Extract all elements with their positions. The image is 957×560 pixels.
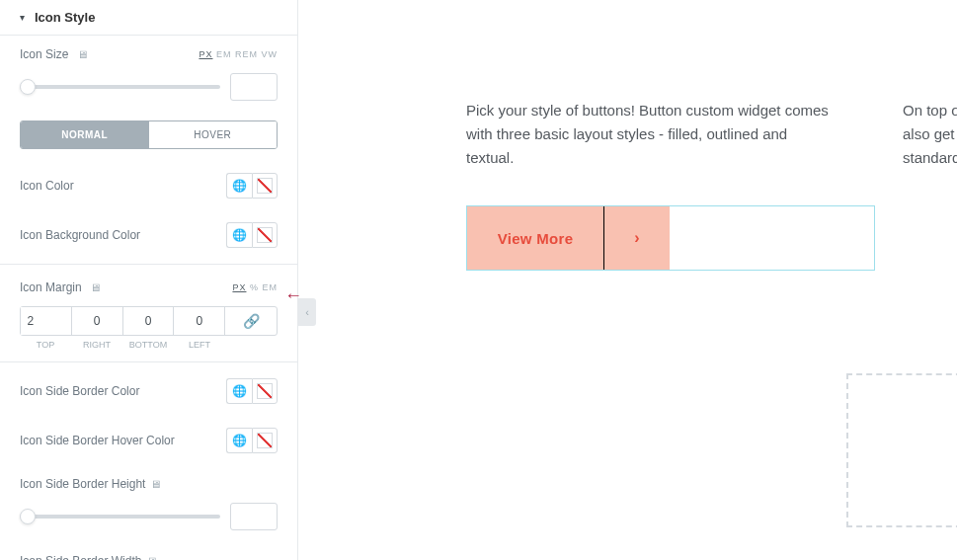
side-border-height-input[interactable]	[230, 503, 278, 530]
side-border-color-label: Icon Side Border Color	[20, 384, 139, 398]
desktop-icon[interactable]: 🖥	[90, 281, 101, 293]
margin-inputs: 🔗	[20, 306, 278, 336]
section-placeholder[interactable]	[846, 373, 957, 527]
button-preview[interactable]: View More ›	[466, 205, 875, 271]
icon-margin-label: Icon Margin	[20, 280, 82, 294]
state-tabs: NORMAL HOVER	[20, 120, 278, 149]
unit-selector[interactable]: PX % EM	[232, 282, 278, 292]
icon-size-label: Icon Size	[20, 47, 68, 61]
globe-icon: 🌐	[232, 434, 247, 447]
desktop-icon[interactable]: 🖥	[150, 478, 161, 490]
margin-bottom-input[interactable]	[123, 307, 174, 335]
globe-icon: 🌐	[232, 179, 247, 193]
description-text: Pick your style of buttons! Button custo…	[466, 99, 832, 170]
side-border-width-label: Icon Side Border Width	[20, 554, 141, 560]
side-border-height-slider-row	[0, 503, 297, 542]
description-text-2: On top o also get standard	[903, 99, 957, 170]
side-border-height-label: Icon Side Border Height	[20, 477, 145, 491]
side-border-hover-color-label: Icon Side Border Hover Color	[20, 434, 175, 447]
slider-thumb[interactable]	[20, 79, 36, 95]
none-color-icon	[257, 178, 273, 194]
side-border-hover-color-row: Icon Side Border Hover Color 🌐	[0, 416, 297, 465]
unit-selector[interactable]: PX EM REM VW	[199, 49, 278, 59]
margin-dim-labels: TOP RIGHT BOTTOM LEFT	[20, 340, 278, 350]
none-color-icon	[257, 383, 273, 399]
margin-right-input[interactable]	[72, 307, 122, 335]
icon-bg-label: Icon Background Color	[20, 228, 140, 242]
divider	[0, 264, 297, 265]
icon-size-slider[interactable]	[20, 85, 220, 89]
link-icon: 🔗	[243, 313, 260, 329]
icon-size-row: Icon Size 🖥 PX EM REM VW	[0, 36, 297, 73]
icon-color-swatch[interactable]	[252, 173, 278, 199]
button-empty-area	[670, 206, 874, 270]
side-border-width-row: Icon Side Border Width 🖥	[0, 542, 297, 560]
caret-down-icon: ▾	[20, 12, 25, 23]
side-border-height-row: Icon Side Border Height 🖥	[0, 465, 297, 503]
divider	[0, 361, 297, 362]
globe-icon: 🌐	[232, 228, 247, 242]
icon-bg-swatch[interactable]	[252, 222, 278, 248]
slider-thumb[interactable]	[20, 509, 36, 524]
icon-margin-row: Icon Margin 🖥 PX % EM	[0, 269, 297, 306]
section-icon-style[interactable]: ▾ Icon Style	[0, 0, 297, 36]
button-label-area: View More	[467, 206, 604, 270]
icon-color-label: Icon Color	[20, 179, 74, 193]
icon-bg-row: Icon Background Color 🌐	[0, 210, 297, 260]
icon-size-slider-row	[0, 73, 297, 113]
globe-icon: 🌐	[232, 384, 247, 398]
icon-size-input[interactable]	[230, 73, 278, 101]
style-panel: ▾ Icon Style Icon Size 🖥 PX EM REM VW NO…	[0, 0, 298, 560]
global-color-button[interactable]: 🌐	[226, 428, 252, 453]
canvas-preview: Pick your style of buttons! Button custo…	[298, 0, 957, 560]
section-title: Icon Style	[35, 10, 95, 25]
button-icon-area: ›	[604, 206, 670, 270]
global-color-button[interactable]: 🌐	[226, 378, 252, 404]
none-color-icon	[257, 227, 273, 243]
chevron-right-icon: ›	[634, 229, 639, 247]
side-border-hover-color-swatch[interactable]	[252, 428, 278, 453]
side-border-height-slider[interactable]	[20, 515, 220, 519]
desktop-icon[interactable]: 🖥	[77, 48, 88, 60]
side-border-color-swatch[interactable]	[252, 378, 278, 404]
margin-top-input[interactable]	[21, 307, 71, 335]
global-color-button[interactable]: 🌐	[226, 173, 252, 199]
icon-color-row: Icon Color 🌐	[0, 161, 297, 210]
link-values-button[interactable]: 🔗	[225, 307, 277, 335]
side-border-color-row: Icon Side Border Color 🌐	[0, 366, 297, 416]
tab-normal[interactable]: NORMAL	[21, 121, 149, 148]
global-color-button[interactable]: 🌐	[226, 222, 252, 248]
desktop-icon[interactable]: 🖥	[146, 555, 157, 560]
tab-hover[interactable]: HOVER	[149, 121, 278, 148]
none-color-icon	[257, 433, 273, 448]
margin-left-input[interactable]	[174, 307, 224, 335]
